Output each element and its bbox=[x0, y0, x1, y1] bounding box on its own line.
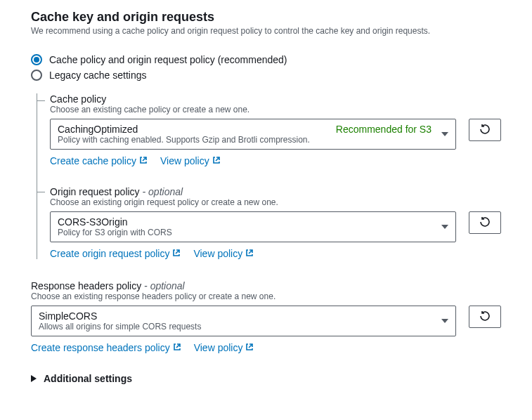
external-link-icon bbox=[245, 248, 254, 259]
link-label: Create origin request policy bbox=[50, 248, 169, 259]
optional-marker: - optional bbox=[144, 280, 185, 291]
response-headers-policy-selected-value: SimpleCORS bbox=[39, 310, 97, 322]
radio-label: Legacy cache settings bbox=[49, 70, 147, 81]
refresh-button[interactable] bbox=[469, 211, 501, 234]
response-headers-policy-selected-desc: Allows all origins for simple CORS reque… bbox=[39, 322, 432, 332]
external-link-icon bbox=[173, 342, 181, 353]
radio-icon bbox=[31, 70, 42, 81]
additional-settings-expander[interactable]: Additional settings bbox=[31, 373, 501, 384]
recommended-badge: Recommended for S3 bbox=[336, 124, 432, 135]
create-cache-policy-link[interactable]: Create cache policy bbox=[50, 155, 148, 166]
create-response-headers-policy-link[interactable]: Create response headers policy bbox=[31, 342, 181, 353]
origin-request-policy-select[interactable]: CORS-S3Origin Policy for S3 origin with … bbox=[50, 211, 456, 242]
refresh-icon bbox=[479, 124, 491, 137]
refresh-button[interactable] bbox=[469, 119, 501, 141]
link-label: Create cache policy bbox=[50, 155, 136, 166]
cache-policy-selected-desc: Policy with caching enabled. Supports Gz… bbox=[58, 135, 432, 145]
caret-down-icon bbox=[441, 132, 448, 136]
cache-policy-select[interactable]: CachingOptimized Recommended for S3 Poli… bbox=[50, 119, 456, 150]
link-label: View policy bbox=[193, 248, 242, 259]
origin-request-policy-selected-desc: Policy for S3 origin with CORS bbox=[58, 228, 432, 237]
external-link-icon bbox=[172, 248, 181, 259]
radio-option-recommended[interactable]: Cache policy and origin request policy (… bbox=[31, 54, 501, 65]
caret-down-icon bbox=[441, 225, 448, 229]
section-title: Cache key and origin requests bbox=[31, 10, 501, 25]
view-response-headers-policy-link[interactable]: View policy bbox=[194, 342, 254, 353]
origin-request-policy-title: Origin request policy - optional bbox=[50, 186, 501, 197]
caret-down-icon bbox=[441, 319, 448, 323]
cache-policy-selected-value: CachingOptimized bbox=[58, 124, 138, 135]
cache-mode-radio-group: Cache policy and origin request policy (… bbox=[31, 54, 501, 81]
external-link-icon bbox=[139, 155, 148, 166]
response-headers-policy-hint: Choose an existing response headers poli… bbox=[31, 291, 501, 301]
cache-policy-hint: Choose an existing cache policy or creat… bbox=[50, 105, 501, 114]
caret-right-icon bbox=[31, 373, 37, 384]
refresh-button[interactable] bbox=[469, 306, 501, 328]
cache-policy-title: Cache policy bbox=[50, 93, 501, 105]
refresh-icon bbox=[479, 216, 491, 230]
origin-request-policy-field: Origin request policy - optional Choose … bbox=[50, 186, 501, 259]
origin-request-policy-hint: Choose an existing origin request policy… bbox=[50, 197, 501, 207]
response-headers-policy-select[interactable]: SimpleCORS Allows all origins for simple… bbox=[31, 306, 456, 336]
link-label: View policy bbox=[160, 155, 209, 166]
field-title-text: Origin request policy bbox=[50, 186, 140, 197]
radio-option-legacy[interactable]: Legacy cache settings bbox=[31, 70, 501, 81]
radio-icon bbox=[31, 54, 42, 65]
radio-label: Cache policy and origin request policy (… bbox=[49, 54, 287, 65]
expander-label: Additional settings bbox=[44, 373, 132, 384]
external-link-icon bbox=[245, 342, 254, 353]
view-cache-policy-link[interactable]: View policy bbox=[160, 155, 221, 166]
refresh-icon bbox=[479, 310, 491, 324]
policies-subsection: Cache policy Choose an existing cache po… bbox=[37, 93, 501, 259]
origin-request-policy-selected-value: CORS-S3Origin bbox=[58, 216, 128, 228]
optional-marker: - optional bbox=[143, 186, 183, 197]
response-headers-policy-field: Response headers policy - optional Choos… bbox=[31, 280, 501, 353]
section-description: We recommend using a cache policy and or… bbox=[31, 26, 501, 36]
link-label: View policy bbox=[194, 342, 243, 353]
create-origin-request-policy-link[interactable]: Create origin request policy bbox=[50, 248, 181, 259]
cache-policy-field: Cache policy Choose an existing cache po… bbox=[50, 93, 501, 166]
field-title-text: Response headers policy bbox=[31, 280, 141, 291]
view-origin-request-policy-link[interactable]: View policy bbox=[193, 248, 254, 259]
response-headers-policy-title: Response headers policy - optional bbox=[31, 280, 501, 291]
link-label: Create response headers policy bbox=[31, 342, 170, 353]
external-link-icon bbox=[212, 155, 221, 166]
